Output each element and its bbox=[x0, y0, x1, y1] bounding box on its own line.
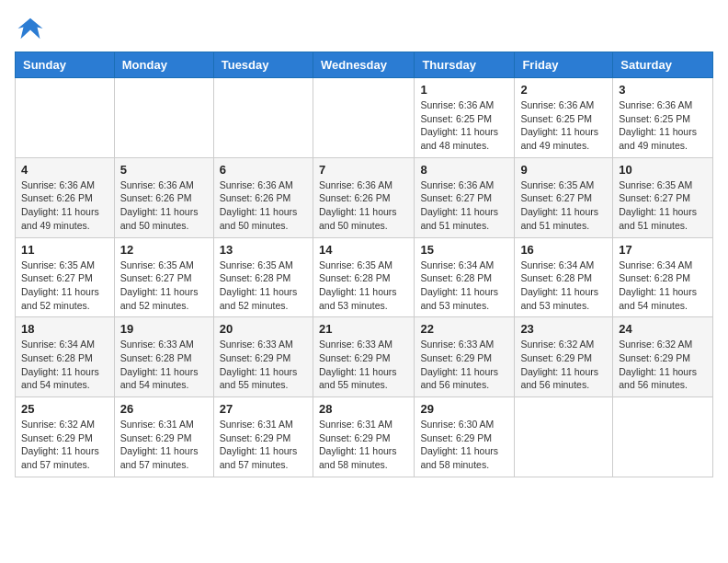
calendar-cell: 20Sunrise: 6:33 AM Sunset: 6:29 PM Dayli… bbox=[213, 317, 313, 397]
calendar-cell: 23Sunrise: 6:32 AM Sunset: 6:29 PM Dayli… bbox=[515, 317, 613, 397]
day-info: Sunrise: 6:32 AM Sunset: 6:29 PM Dayligh… bbox=[520, 338, 607, 392]
day-info: Sunrise: 6:30 AM Sunset: 6:29 PM Dayligh… bbox=[420, 418, 508, 472]
day-info: Sunrise: 6:36 AM Sunset: 6:25 PM Dayligh… bbox=[520, 98, 607, 153]
day-info: Sunrise: 6:36 AM Sunset: 6:26 PM Dayligh… bbox=[319, 178, 408, 233]
day-info: Sunrise: 6:34 AM Sunset: 6:28 PM Dayligh… bbox=[619, 259, 707, 313]
calendar-cell: 3Sunrise: 6:36 AM Sunset: 6:25 PM Daylig… bbox=[613, 78, 713, 158]
calendar-cell: 9Sunrise: 6:35 AM Sunset: 6:27 PM Daylig… bbox=[515, 157, 613, 237]
calendar-cell bbox=[16, 78, 115, 158]
calendar-cell: 19Sunrise: 6:33 AM Sunset: 6:28 PM Dayli… bbox=[114, 317, 213, 397]
col-header-friday: Friday bbox=[515, 52, 613, 78]
day-number: 2 bbox=[520, 83, 607, 97]
calendar-cell: 5Sunrise: 6:36 AM Sunset: 6:26 PM Daylig… bbox=[114, 157, 213, 237]
calendar-table: SundayMondayTuesdayWednesdayThursdayFrid… bbox=[15, 52, 713, 477]
calendar-cell: 17Sunrise: 6:34 AM Sunset: 6:28 PM Dayli… bbox=[613, 237, 713, 317]
day-number: 29 bbox=[420, 402, 508, 416]
col-header-thursday: Thursday bbox=[415, 52, 515, 78]
day-number: 12 bbox=[120, 243, 208, 257]
day-number: 27 bbox=[220, 402, 307, 416]
calendar-cell: 21Sunrise: 6:33 AM Sunset: 6:29 PM Dayli… bbox=[313, 317, 414, 397]
day-info: Sunrise: 6:36 AM Sunset: 6:26 PM Dayligh… bbox=[120, 178, 208, 233]
day-info: Sunrise: 6:35 AM Sunset: 6:27 PM Dayligh… bbox=[120, 259, 208, 313]
calendar-cell: 22Sunrise: 6:33 AM Sunset: 6:29 PM Dayli… bbox=[415, 317, 515, 397]
col-header-wednesday: Wednesday bbox=[313, 52, 414, 78]
calendar-cell bbox=[213, 78, 313, 158]
svg-marker-0 bbox=[18, 18, 43, 40]
calendar-cell: 25Sunrise: 6:32 AM Sunset: 6:29 PM Dayli… bbox=[16, 397, 115, 477]
day-number: 5 bbox=[120, 163, 208, 177]
calendar-week-row: 18Sunrise: 6:34 AM Sunset: 6:28 PM Dayli… bbox=[16, 317, 713, 397]
day-info: Sunrise: 6:35 AM Sunset: 6:28 PM Dayligh… bbox=[319, 259, 408, 313]
day-number: 1 bbox=[420, 83, 508, 97]
col-header-sunday: Sunday bbox=[16, 52, 115, 78]
day-info: Sunrise: 6:32 AM Sunset: 6:29 PM Dayligh… bbox=[21, 418, 108, 472]
day-number: 22 bbox=[420, 322, 508, 336]
day-number: 10 bbox=[619, 163, 707, 177]
day-info: Sunrise: 6:36 AM Sunset: 6:25 PM Dayligh… bbox=[619, 98, 707, 153]
calendar-cell: 27Sunrise: 6:31 AM Sunset: 6:29 PM Dayli… bbox=[213, 397, 313, 477]
day-info: Sunrise: 6:36 AM Sunset: 6:27 PM Dayligh… bbox=[420, 178, 508, 233]
calendar-cell bbox=[114, 78, 213, 158]
day-number: 4 bbox=[21, 163, 108, 177]
calendar-header-row: SundayMondayTuesdayWednesdayThursdayFrid… bbox=[16, 52, 713, 78]
calendar-week-row: 11Sunrise: 6:35 AM Sunset: 6:27 PM Dayli… bbox=[16, 237, 713, 317]
day-number: 6 bbox=[220, 163, 307, 177]
day-info: Sunrise: 6:34 AM Sunset: 6:28 PM Dayligh… bbox=[21, 338, 108, 392]
calendar-cell: 6Sunrise: 6:36 AM Sunset: 6:26 PM Daylig… bbox=[213, 157, 313, 237]
calendar-cell: 18Sunrise: 6:34 AM Sunset: 6:28 PM Dayli… bbox=[16, 317, 115, 397]
day-number: 3 bbox=[619, 83, 707, 97]
day-number: 17 bbox=[619, 243, 707, 257]
day-info: Sunrise: 6:35 AM Sunset: 6:27 PM Dayligh… bbox=[21, 259, 108, 313]
day-info: Sunrise: 6:32 AM Sunset: 6:29 PM Dayligh… bbox=[619, 338, 707, 392]
day-info: Sunrise: 6:31 AM Sunset: 6:29 PM Dayligh… bbox=[220, 418, 307, 472]
day-number: 25 bbox=[21, 402, 108, 416]
calendar-week-row: 4Sunrise: 6:36 AM Sunset: 6:26 PM Daylig… bbox=[16, 157, 713, 237]
day-number: 24 bbox=[619, 322, 707, 336]
calendar-cell: 7Sunrise: 6:36 AM Sunset: 6:26 PM Daylig… bbox=[313, 157, 414, 237]
day-number: 7 bbox=[319, 163, 408, 177]
calendar-cell: 8Sunrise: 6:36 AM Sunset: 6:27 PM Daylig… bbox=[415, 157, 515, 237]
calendar-cell: 16Sunrise: 6:34 AM Sunset: 6:28 PM Dayli… bbox=[515, 237, 613, 317]
day-number: 19 bbox=[120, 322, 208, 336]
calendar-week-row: 25Sunrise: 6:32 AM Sunset: 6:29 PM Dayli… bbox=[16, 397, 713, 477]
day-info: Sunrise: 6:33 AM Sunset: 6:29 PM Dayligh… bbox=[220, 338, 307, 392]
calendar-cell: 24Sunrise: 6:32 AM Sunset: 6:29 PM Dayli… bbox=[613, 317, 713, 397]
day-number: 14 bbox=[319, 243, 408, 257]
day-info: Sunrise: 6:33 AM Sunset: 6:28 PM Dayligh… bbox=[120, 338, 208, 392]
day-info: Sunrise: 6:31 AM Sunset: 6:29 PM Dayligh… bbox=[319, 418, 408, 472]
calendar-cell: 2Sunrise: 6:36 AM Sunset: 6:25 PM Daylig… bbox=[515, 78, 613, 158]
day-info: Sunrise: 6:36 AM Sunset: 6:26 PM Dayligh… bbox=[21, 178, 108, 233]
day-number: 13 bbox=[220, 243, 307, 257]
day-number: 16 bbox=[520, 243, 607, 257]
calendar-cell: 14Sunrise: 6:35 AM Sunset: 6:28 PM Dayli… bbox=[313, 237, 414, 317]
day-number: 23 bbox=[520, 322, 607, 336]
calendar-cell: 13Sunrise: 6:35 AM Sunset: 6:28 PM Dayli… bbox=[213, 237, 313, 317]
col-header-monday: Monday bbox=[114, 52, 213, 78]
calendar-cell: 4Sunrise: 6:36 AM Sunset: 6:26 PM Daylig… bbox=[16, 157, 115, 237]
calendar-cell: 26Sunrise: 6:31 AM Sunset: 6:29 PM Dayli… bbox=[114, 397, 213, 477]
calendar-week-row: 1Sunrise: 6:36 AM Sunset: 6:25 PM Daylig… bbox=[16, 78, 713, 158]
page-header bbox=[15, 15, 713, 42]
calendar-cell: 12Sunrise: 6:35 AM Sunset: 6:27 PM Dayli… bbox=[114, 237, 213, 317]
calendar-cell bbox=[515, 397, 613, 477]
day-number: 28 bbox=[319, 402, 408, 416]
calendar-cell: 29Sunrise: 6:30 AM Sunset: 6:29 PM Dayli… bbox=[415, 397, 515, 477]
day-number: 9 bbox=[520, 163, 607, 177]
day-info: Sunrise: 6:36 AM Sunset: 6:26 PM Dayligh… bbox=[220, 178, 307, 233]
col-header-saturday: Saturday bbox=[613, 52, 713, 78]
logo-bird-icon bbox=[17, 15, 44, 42]
day-info: Sunrise: 6:33 AM Sunset: 6:29 PM Dayligh… bbox=[319, 338, 408, 392]
day-number: 20 bbox=[220, 322, 307, 336]
day-number: 18 bbox=[21, 322, 108, 336]
calendar-cell: 11Sunrise: 6:35 AM Sunset: 6:27 PM Dayli… bbox=[16, 237, 115, 317]
day-info: Sunrise: 6:36 AM Sunset: 6:25 PM Dayligh… bbox=[420, 98, 508, 153]
col-header-tuesday: Tuesday bbox=[213, 52, 313, 78]
day-info: Sunrise: 6:34 AM Sunset: 6:28 PM Dayligh… bbox=[420, 259, 508, 313]
calendar-cell: 1Sunrise: 6:36 AM Sunset: 6:25 PM Daylig… bbox=[415, 78, 515, 158]
calendar-cell bbox=[313, 78, 414, 158]
calendar-cell: 15Sunrise: 6:34 AM Sunset: 6:28 PM Dayli… bbox=[415, 237, 515, 317]
day-info: Sunrise: 6:35 AM Sunset: 6:27 PM Dayligh… bbox=[520, 178, 607, 233]
day-number: 15 bbox=[420, 243, 508, 257]
day-number: 11 bbox=[21, 243, 108, 257]
day-info: Sunrise: 6:35 AM Sunset: 6:28 PM Dayligh… bbox=[220, 259, 307, 313]
